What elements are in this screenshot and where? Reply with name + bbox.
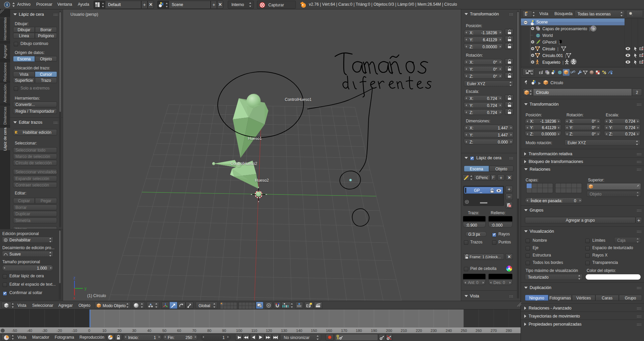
svg-text:100: 100	[236, 329, 242, 333]
svg-text:10: 10	[102, 329, 106, 333]
svg-text:60: 60	[177, 329, 181, 333]
svg-text:230: 230	[431, 329, 437, 333]
svg-text:i: i	[6, 3, 7, 7]
svg-text:-20: -20	[57, 329, 62, 333]
svg-text:0: 0	[88, 329, 90, 333]
svg-text:50: 50	[162, 329, 166, 333]
svg-text:30: 30	[132, 329, 136, 333]
svg-text:220: 220	[416, 329, 422, 333]
svg-text:z: z	[73, 276, 75, 280]
svg-text:240: 240	[446, 329, 452, 333]
svg-text:180: 180	[356, 329, 362, 333]
svg-text:80: 80	[207, 329, 211, 333]
svg-text:260: 260	[476, 329, 482, 333]
svg-text:y: y	[85, 286, 87, 291]
svg-text:40: 40	[147, 329, 151, 333]
svg-text:20: 20	[117, 329, 121, 333]
svg-text:130: 130	[281, 329, 287, 333]
svg-text:120: 120	[266, 329, 272, 333]
svg-text:90: 90	[222, 329, 226, 333]
svg-text:-50: -50	[12, 329, 17, 333]
svg-text:170: 170	[341, 329, 347, 333]
svg-text:-30: -30	[42, 329, 47, 333]
svg-text:270: 270	[491, 329, 497, 333]
svg-text:280: 280	[506, 329, 512, 333]
svg-text:110: 110	[251, 329, 257, 333]
svg-text:150: 150	[311, 329, 317, 333]
svg-text:-40: -40	[27, 329, 32, 333]
svg-text:140: 140	[296, 329, 302, 333]
svg-text:190: 190	[371, 329, 377, 333]
svg-text:-10: -10	[72, 329, 77, 333]
svg-text:160: 160	[326, 329, 332, 333]
svg-text:250: 250	[461, 329, 467, 333]
svg-text:210: 210	[401, 329, 407, 333]
svg-text:70: 70	[192, 329, 196, 333]
svg-text:x: x	[73, 296, 75, 300]
svg-text:200: 200	[386, 329, 392, 333]
